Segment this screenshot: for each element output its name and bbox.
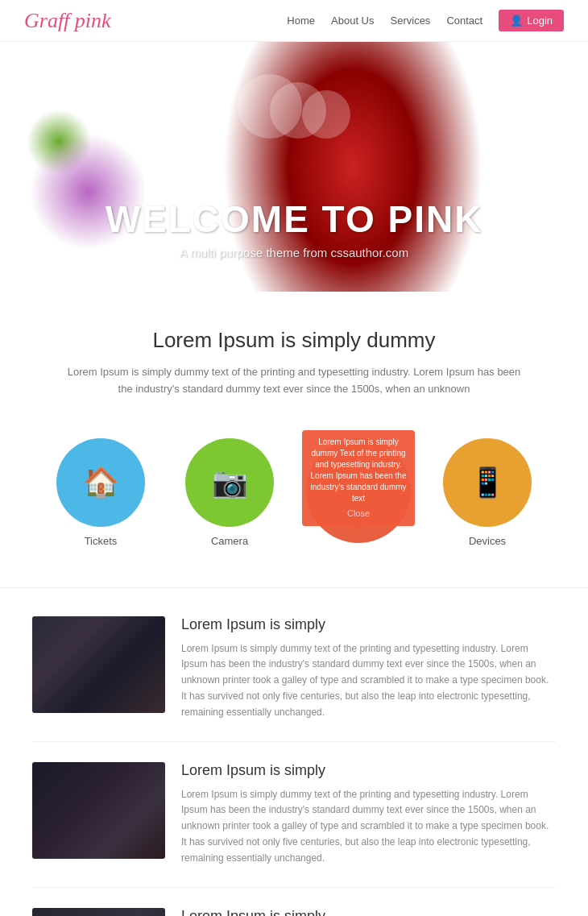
devices-label: Devices [469,535,506,547]
header: Graff pink Home About Us Services Contac… [0,0,588,42]
post-title-3: Lorem Ipsum is simply [181,908,556,916]
camera-icon: 📷 [212,466,248,499]
post-title-1: Lorem Ipsum is simply [181,616,556,633]
nav-contact[interactable]: Contact [446,15,482,27]
logo-accent: pink [69,9,110,32]
icon-item-camera: 📷 Camera [181,438,278,547]
post-body-2: Lorem Ipsum is simply dummy text of the … [181,787,556,867]
icon-item-tickets: 🏠 Tickets [52,438,149,547]
login-label: Login [527,15,553,27]
tickets-label: Tickets [85,535,118,547]
post-image-2 [32,762,165,859]
user-icon: 👤 [510,15,523,27]
intro-heading: Lorem Ipsum is simply dummy [64,328,524,353]
nav-services[interactable]: Services [391,15,431,27]
tooltip-popup: Lorem Ipsum is simply dummy Text of the … [302,430,415,526]
post-thumb-3 [32,908,165,916]
intro-section: Lorem Ipsum is simply dummy Lorem Ipsum … [0,292,588,422]
icon-item-devices: 📱 Devices [439,438,536,547]
post-item-1: Lorem Ipsum is simply Lorem Ipsum is sim… [32,596,556,742]
hero-title: WELCOME TO PINK [106,197,483,241]
icon-circle-camera[interactable]: 📷 [185,438,274,527]
tickets-icon: 🏠 [83,466,119,499]
hero-section: WELCOME TO PINK A multi purpose theme fr… [0,42,588,292]
main-nav: Home About Us Services Contact 👤 Login [287,10,564,31]
posts-section: Lorem Ipsum is simply Lorem Ipsum is sim… [0,587,588,916]
post-image-3 [32,908,165,916]
post-item-2: Lorem Ipsum is simply Lorem Ipsum is sim… [32,742,556,888]
nav-about[interactable]: About Us [331,15,374,27]
post-content-1: Lorem Ipsum is simply Lorem Ipsum is sim… [181,616,556,721]
post-title-2: Lorem Ipsum is simply [181,762,556,779]
post-thumb-1 [32,616,165,713]
login-button[interactable]: 👤 Login [499,10,564,31]
post-content-3: Lorem Ipsum is simply Lorem Ipsum is sim… [181,908,556,916]
hero-overlay: WELCOME TO PINK A multi purpose theme fr… [0,42,588,292]
icon-circle-devices[interactable]: 📱 [443,438,532,527]
tooltip-close[interactable]: Close [308,508,408,520]
devices-icon: 📱 [470,466,506,499]
camera-label: Camera [211,535,248,547]
intro-body: Lorem Ipsum is simply dummy text of the … [64,364,524,398]
hero-subtitle: A multi purpose theme from cssauthor.com [180,246,408,259]
post-item-3: Lorem Ipsum is simply Lorem Ipsum is sim… [32,888,556,916]
post-content-2: Lorem Ipsum is simply Lorem Ipsum is sim… [181,762,556,867]
icon-section: 🏠 Tickets 📷 Camera Lorem Ipsum is simply… [0,422,588,587]
logo: Graff pink [24,9,111,33]
icon-circle-tickets[interactable]: 🏠 [56,438,145,527]
nav-home[interactable]: Home [287,15,315,27]
icon-item-tooltip: Lorem Ipsum is simply dummy Text of the … [310,438,407,547]
icon-circle-red[interactable]: Lorem Ipsum is simply dummy Text of the … [306,438,411,543]
tooltip-text: Lorem Ipsum is simply dummy Text of the … [310,437,406,503]
post-body-1: Lorem Ipsum is simply dummy text of the … [181,641,556,721]
post-thumb-2 [32,762,165,859]
logo-text: Graff [24,9,69,32]
post-image-1 [32,616,165,713]
